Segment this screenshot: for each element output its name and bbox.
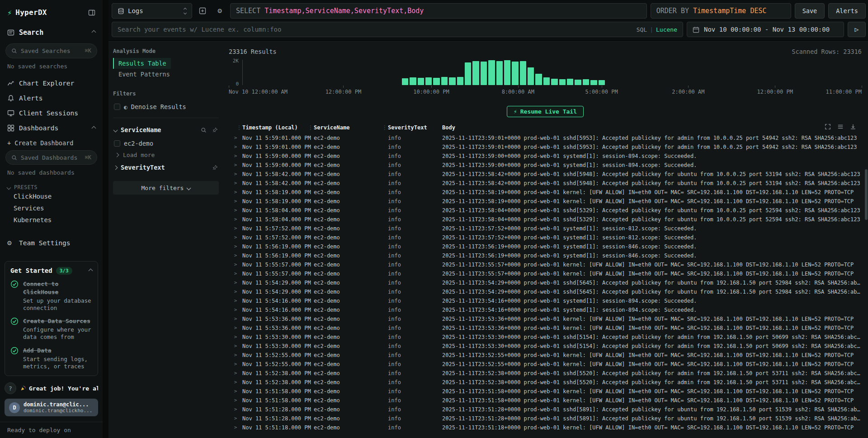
histogram-bar[interactable]	[418, 78, 424, 85]
row-expand-chevron[interactable]: >	[229, 260, 242, 269]
log-row[interactable]: >Nov 11 5:58:04.000 PMec2-demoinfo2025-1…	[229, 206, 862, 215]
saved-searches-input[interactable]: Saved Searches ⌘K	[5, 43, 97, 58]
log-row[interactable]: >Nov 11 5:53:36.000 PMec2-demoinfo2025-1…	[229, 314, 862, 324]
create-dashboard-button[interactable]: + Create Dashboard	[0, 136, 103, 147]
histogram-bar[interactable]	[504, 60, 510, 85]
row-expand-chevron[interactable]: >	[229, 405, 242, 414]
row-expand-chevron[interactable]: >	[229, 387, 242, 396]
saved-dashboards-input[interactable]: Saved Dashboards ⌘K	[5, 150, 97, 165]
histogram-bar[interactable]	[528, 67, 534, 85]
filter-group-severitytext[interactable]: SeverityText	[113, 160, 219, 175]
row-expand-chevron[interactable]: >	[229, 152, 242, 161]
help-icon[interactable]: ?	[5, 382, 16, 394]
download-icon[interactable]	[850, 124, 856, 130]
row-expand-chevron[interactable]: >	[229, 287, 242, 296]
log-row[interactable]: >Nov 11 5:58:19.000 PMec2-demoinfo2025-1…	[229, 197, 862, 206]
histogram-bar[interactable]	[410, 77, 416, 85]
sidebar-item-kubernetes[interactable]: Kubernetes	[0, 214, 103, 226]
column-header-severitytext[interactable]: SeverityText	[388, 124, 442, 131]
log-row[interactable]: >Nov 11 5:57:52.000 PMec2-demoinfo2025-1…	[229, 233, 862, 242]
sidebar-item-chart-explorer[interactable]: Chart Explorer	[0, 76, 103, 91]
filter-value-ec2-demo[interactable]: ec2-demo	[113, 137, 219, 150]
mode-event-patterns[interactable]: Event Patterns	[114, 69, 175, 80]
column-header-servicename[interactable]: ServiceName	[314, 124, 388, 131]
row-expand-chevron[interactable]: >	[229, 342, 242, 351]
row-expand-chevron[interactable]: >	[229, 423, 242, 432]
log-row[interactable]: >Nov 11 5:54:16.000 PMec2-demoinfo2025-1…	[229, 296, 862, 305]
row-expand-chevron[interactable]: >	[229, 414, 242, 423]
filter-search-icon[interactable]	[201, 127, 207, 133]
source-settings-gear-icon[interactable]: ⚙	[213, 4, 226, 18]
histogram-bar[interactable]	[425, 77, 432, 85]
log-row[interactable]: >Nov 11 5:51:18.000 PMec2-demoinfo2025-1…	[229, 423, 862, 432]
column-header-body[interactable]: Body	[442, 124, 862, 131]
histogram-bar[interactable]	[441, 77, 448, 85]
get-started-step[interactable]: Connect to ClickHouse Set up your databa…	[10, 280, 92, 312]
log-row[interactable]: >Nov 11 5:57:52.000 PMec2-demoinfo2025-1…	[229, 224, 862, 233]
log-row[interactable]: >Nov 11 5:52:38.000 PMec2-demoinfo2025-1…	[229, 378, 862, 387]
row-expand-chevron[interactable]: >	[229, 133, 242, 143]
log-row[interactable]: >Nov 11 5:58:42.000 PMec2-demoinfo2025-1…	[229, 179, 862, 188]
histogram-bar[interactable]	[481, 62, 487, 85]
chevron-up-icon[interactable]	[92, 30, 96, 35]
log-row[interactable]: >Nov 11 5:53:36.000 PMec2-demoinfo2025-1…	[229, 324, 862, 333]
date-range-picker[interactable]: Nov 10 00:00:00 - Nov 13 00:00:00	[687, 22, 844, 37]
log-row[interactable]: >Nov 11 5:51:28.000 PMec2-demoinfo2025-1…	[229, 405, 862, 414]
histogram-bar[interactable]	[496, 61, 503, 85]
row-expand-chevron[interactable]: >	[229, 378, 242, 387]
sidebar-item-clickhouse[interactable]: ClickHouse	[0, 190, 103, 202]
log-row[interactable]: >Nov 11 5:52:38.000 PMec2-demoinfo2025-1…	[229, 369, 862, 378]
histogram-bar[interactable]	[433, 78, 439, 85]
histogram-bar[interactable]	[559, 79, 566, 85]
sidebar-item-client-sessions[interactable]: Client Sessions	[0, 106, 103, 121]
sidebar-collapse-icon[interactable]	[88, 9, 95, 16]
row-expand-chevron[interactable]: >	[229, 197, 242, 206]
sidebar-item-dashboards[interactable]: Dashboards	[0, 121, 103, 136]
log-row[interactable]: >Nov 11 5:58:42.000 PMec2-demoinfo2025-1…	[229, 170, 862, 179]
get-started-step[interactable]: Create Data Sources Configure where your…	[10, 317, 92, 341]
event-search-box[interactable]: SQL | Lucene	[112, 22, 683, 37]
log-row[interactable]: >Nov 11 5:53:30.000 PMec2-demoinfo2025-1…	[229, 342, 862, 351]
pin-icon[interactable]	[212, 165, 218, 171]
histogram-bar[interactable]	[590, 80, 597, 85]
more-filters-button[interactable]: More filters	[113, 181, 219, 195]
chevron-up-icon[interactable]	[92, 126, 96, 130]
order-by-input[interactable]: ORDER BYTimestampTime DESC	[651, 3, 791, 19]
get-started-step[interactable]: Add Data Start sending logs, metrics, or…	[10, 347, 92, 370]
row-expand-chevron[interactable]: >	[229, 396, 242, 405]
row-expand-chevron[interactable]: >	[229, 278, 242, 287]
histogram-bar[interactable]	[535, 74, 542, 85]
histogram-bar[interactable]	[512, 62, 518, 85]
row-expand-chevron[interactable]: >	[229, 269, 242, 278]
scrollbar-thumb[interactable]	[865, 169, 868, 220]
row-expand-chevron[interactable]: >	[229, 170, 242, 179]
row-expand-chevron[interactable]: >	[229, 242, 242, 251]
column-header-timestamp[interactable]: Timestamp (Local)	[242, 124, 314, 131]
histogram-bar[interactable]	[457, 77, 463, 85]
row-expand-chevron[interactable]: >	[229, 224, 242, 233]
save-button[interactable]: Save	[795, 3, 825, 19]
source-select[interactable]: Logs	[112, 3, 192, 19]
chart-plot-area[interactable]	[242, 60, 862, 85]
histogram-bar[interactable]	[551, 79, 557, 85]
log-row[interactable]: >Nov 11 5:54:29.000 PMec2-demoinfo2025-1…	[229, 278, 862, 287]
log-row[interactable]: >Nov 11 5:51:58.000 PMec2-demoinfo2025-1…	[229, 396, 862, 405]
log-row[interactable]: >Nov 11 5:53:30.000 PMec2-demoinfo2025-1…	[229, 333, 862, 342]
row-expand-chevron[interactable]: >	[229, 333, 242, 342]
log-row[interactable]: >Nov 11 5:58:04.000 PMec2-demoinfo2025-1…	[229, 215, 862, 224]
histogram-bar[interactable]	[449, 77, 455, 85]
checkbox[interactable]	[114, 104, 120, 110]
filter-group-servicename[interactable]: ServiceName	[113, 123, 219, 137]
log-row[interactable]: >Nov 11 5:54:16.000 PMec2-demoinfo2025-1…	[229, 305, 862, 314]
sidebar-item-search[interactable]: Search	[0, 25, 103, 40]
log-row[interactable]: >Nov 11 5:56:19.000 PMec2-demoinfo2025-1…	[229, 251, 862, 260]
histogram-bar[interactable]	[465, 62, 471, 85]
table-scrollbar[interactable]	[864, 169, 868, 435]
log-row[interactable]: >Nov 11 5:51:58.000 PMec2-demoinfo2025-1…	[229, 387, 862, 396]
log-row[interactable]: >Nov 11 5:52:55.000 PMec2-demoinfo2025-1…	[229, 351, 862, 360]
log-row[interactable]: >Nov 11 5:56:19.000 PMec2-demoinfo2025-1…	[229, 242, 862, 251]
pin-icon[interactable]	[212, 127, 218, 133]
expand-icon[interactable]	[825, 124, 831, 130]
log-row[interactable]: >Nov 11 5:59:01.000 PMec2-demoinfo2025-1…	[229, 143, 862, 152]
histogram-bar[interactable]	[599, 80, 605, 85]
